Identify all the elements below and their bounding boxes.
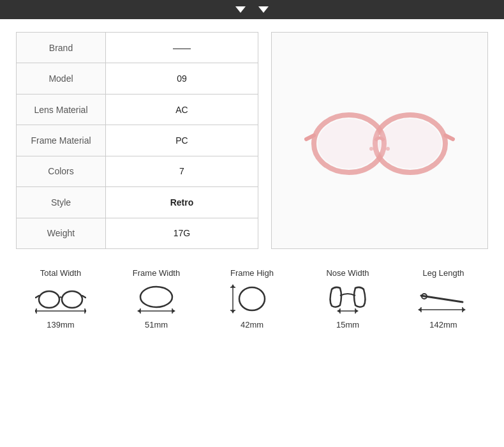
table-value-brand: —— (106, 33, 258, 63)
svg-marker-33 (355, 309, 359, 313)
svg-point-5 (379, 119, 441, 169)
table-row: Lens MaterialAC (17, 94, 258, 125)
header-triangle-left (235, 6, 246, 13)
svg-marker-40 (463, 308, 466, 312)
table-label-model: Model (17, 63, 106, 94)
table-row: Weight17G (17, 218, 258, 248)
header-triangle-right (258, 6, 269, 13)
main-content: Brand——Model09Lens MaterialACFrame Mater… (0, 19, 504, 262)
dim-value-total-width: 139mm (47, 320, 74, 330)
table-value-lens-material: AC (106, 94, 258, 125)
product-info-table: Brand——Model09Lens MaterialACFrame Mater… (16, 32, 258, 249)
dim-item-total-width: Total Width 139mm (26, 268, 96, 330)
svg-point-6 (369, 147, 373, 151)
svg-point-8 (39, 291, 59, 308)
dimensions-section: Total Width 139mmFrame Width 51mmFrame H… (0, 262, 504, 342)
glasses-image (303, 89, 456, 192)
dim-icon-leg-length (418, 283, 469, 315)
page-header (0, 0, 504, 19)
dim-label-nose-width: Nose Width (326, 268, 369, 278)
product-image-box (271, 32, 488, 249)
dim-icon-frame-high (226, 283, 278, 315)
table-row: StyleRetro (17, 187, 258, 218)
svg-marker-39 (418, 308, 421, 312)
table-value-weight: 17G (106, 218, 258, 248)
table-row: Colors7 (17, 156, 258, 186)
table-value-style: Retro (106, 187, 258, 218)
svg-point-23 (239, 287, 265, 310)
table-row: Frame MaterialPC (17, 125, 258, 156)
dim-icon-nose-width (322, 283, 373, 315)
svg-marker-28 (231, 310, 235, 314)
table-row: Brand—— (17, 33, 258, 63)
svg-point-17 (140, 287, 172, 307)
svg-point-9 (62, 291, 82, 308)
table-label-colors: Colors (17, 156, 106, 186)
table-label-brand: Brand (17, 33, 106, 63)
dim-icon-frame-width (131, 283, 182, 315)
dim-label-frame-high: Frame High (230, 268, 274, 278)
dim-item-frame-high: Frame High 42mm (217, 268, 287, 330)
dim-label-total-width: Total Width (40, 268, 81, 278)
table-label-lens-material: Lens Material (17, 94, 106, 125)
dim-value-nose-width: 15mm (336, 320, 359, 330)
dim-item-leg-length: Leg Length 142mm (408, 268, 478, 330)
table-label-weight: Weight (17, 218, 106, 248)
table-value-frame-material: PC (106, 125, 258, 156)
svg-point-7 (386, 147, 390, 151)
svg-marker-21 (137, 309, 140, 313)
dim-value-leg-length: 142mm (429, 320, 457, 330)
dim-value-frame-high: 42mm (241, 320, 263, 330)
dim-label-leg-length: Leg Length (422, 268, 464, 278)
dim-label-frame-width: Frame Width (133, 268, 180, 278)
dim-value-frame-width: 51mm (145, 320, 168, 330)
svg-marker-22 (172, 309, 175, 313)
table-row: Model09 (17, 63, 258, 94)
svg-point-4 (318, 119, 380, 169)
table-label-style: Style (17, 187, 106, 218)
table-label-frame-material: Frame Material (17, 125, 106, 156)
svg-marker-27 (231, 284, 235, 287)
dim-item-frame-width: Frame Width 51mm (121, 268, 191, 330)
svg-marker-32 (337, 309, 340, 313)
table-value-colors: 7 (106, 156, 258, 186)
table-value-model: 09 (106, 63, 258, 94)
dim-item-nose-width: Nose Width 15mm (313, 268, 383, 330)
dim-icon-total-width (35, 283, 86, 315)
